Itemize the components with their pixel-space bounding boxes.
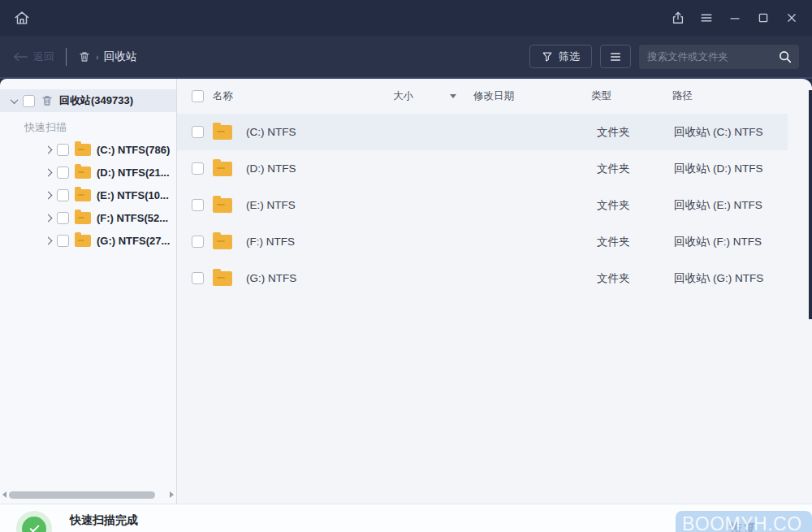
home-icon <box>13 9 31 27</box>
row-checkbox[interactable] <box>192 162 204 175</box>
recover-button[interactable]: 恢复 BOOMYH.CO <box>676 511 812 532</box>
maximize-button[interactable] <box>753 7 774 28</box>
close-button[interactable] <box>781 7 802 28</box>
table-row[interactable]: (C:) NTFS 文件夹 回收站\ (C:) NTFS <box>177 114 788 150</box>
chevron-down-icon[interactable] <box>11 96 19 104</box>
drive-checkbox[interactable] <box>57 144 69 156</box>
tree-root-label: 回收站(349733) <box>59 93 133 108</box>
app-menu-button[interactable] <box>696 7 717 28</box>
sort-dropdown-icon[interactable] <box>450 94 456 98</box>
tree-item-label: (F:) NTFS(52... <box>97 212 168 224</box>
select-all-checkbox[interactable] <box>192 90 204 102</box>
row-path: 回收站\ (E:) NTFS <box>672 198 788 213</box>
drive-checkbox[interactable] <box>57 167 69 179</box>
breadcrumb-label: 回收站 <box>104 50 137 64</box>
titlebar <box>0 0 812 36</box>
tree-item-label: (C:) NTFS(786) <box>97 144 170 156</box>
scroll-left-arrow[interactable] <box>2 491 6 498</box>
tree-root-recycle-bin[interactable]: 回收站(349733) <box>0 89 176 112</box>
drive-checkbox[interactable] <box>57 189 69 201</box>
tree-item-drive-e[interactable]: (E:) NTFS(10... <box>0 184 176 206</box>
column-header-type[interactable]: 类型 <box>591 89 672 103</box>
content-corner-right <box>801 79 812 90</box>
breadcrumb[interactable]: › 回收站 <box>78 50 136 64</box>
row-checkbox[interactable] <box>192 272 204 284</box>
tree-item-drive-d[interactable]: (D:) NTFS(21... <box>0 161 176 184</box>
root-checkbox[interactable] <box>23 95 35 107</box>
app-window: 返回 › 回收站 筛选 <box>0 0 812 532</box>
chevron-right-icon[interactable] <box>45 168 53 176</box>
tree-item-drive-c[interactable]: (C:) NTFS(786) <box>0 138 176 161</box>
row-path: 回收站\ (D:) NTFS <box>672 162 788 176</box>
tree-item-label: (E:) NTFS(10... <box>97 189 169 201</box>
tree-item-drive-f[interactable]: (F:) NTFS(52... <box>0 206 176 229</box>
filter-funnel-icon <box>542 51 553 63</box>
chevron-right-icon[interactable] <box>45 236 53 244</box>
scrollbar-thumb[interactable] <box>9 491 155 499</box>
folder-icon <box>213 125 232 140</box>
recycle-bin-icon <box>41 94 54 107</box>
row-type: 文件夹 <box>591 198 672 213</box>
back-label: 返回 <box>33 50 54 64</box>
right-edge-strip <box>809 79 812 319</box>
tree-item-drive-g[interactable]: (G:) NTFS(27... <box>0 229 176 252</box>
menu-icon <box>698 10 715 26</box>
content-corner-left <box>0 79 8 87</box>
drive-checkbox[interactable] <box>57 235 69 247</box>
column-header-name[interactable]: 名称 <box>213 89 393 103</box>
folder-icon <box>75 189 91 201</box>
column-header-path[interactable]: 路径 <box>672 89 788 103</box>
column-header-date[interactable]: 修改日期 <box>464 89 591 103</box>
folder-icon <box>213 271 232 286</box>
minimize-icon <box>727 10 743 26</box>
recycle-bin-icon <box>78 50 91 63</box>
export-icon <box>670 10 686 26</box>
row-type: 文件夹 <box>591 271 672 286</box>
sidebar: 回收站(349733) 快速扫描 (C:) NTFS(786) (D:) NTF… <box>0 79 177 504</box>
maximize-icon <box>755 10 771 26</box>
folder-icon <box>75 167 91 179</box>
view-mode-button[interactable] <box>600 45 631 68</box>
status-message: 快速扫描完成 <box>70 513 138 528</box>
row-name: (E:) NTFS <box>246 199 296 211</box>
table-row[interactable]: (F:) NTFS 文件夹 回收站\ (F:) NTFS <box>177 223 788 260</box>
table-row[interactable]: (E:) NTFS 文件夹 回收站\ (E:) NTFS <box>177 187 788 223</box>
row-checkbox[interactable] <box>192 236 204 248</box>
chevron-right-icon[interactable] <box>45 145 53 154</box>
chevron-right-icon[interactable] <box>45 191 53 199</box>
row-path: 回收站\ (F:) NTFS <box>672 235 788 249</box>
scan-mode-label[interactable]: 快速扫描 <box>24 120 176 135</box>
row-name: (C:) NTFS <box>246 126 296 138</box>
content-area: 回收站(349733) 快速扫描 (C:) NTFS(786) (D:) NTF… <box>0 79 812 504</box>
list-view-icon <box>609 51 622 63</box>
minimize-button[interactable] <box>724 7 745 28</box>
breadcrumb-separator-icon: › <box>96 52 99 62</box>
filter-label: 筛选 <box>559 50 580 64</box>
column-header-size[interactable]: 大小 <box>393 89 464 103</box>
close-icon <box>784 10 800 26</box>
tree-item-label: (G:) NTFS(27... <box>97 235 170 247</box>
scroll-right-arrow[interactable] <box>170 491 174 498</box>
table-row[interactable]: (D:) NTFS 文件夹 回收站\ (D:) NTFS <box>177 150 788 187</box>
tree-item-label: (D:) NTFS(21... <box>97 167 170 179</box>
back-button[interactable]: 返回 <box>13 50 54 64</box>
row-checkbox[interactable] <box>192 126 204 138</box>
filter-button[interactable]: 筛选 <box>529 45 592 68</box>
toolbar: 返回 › 回收站 筛选 <box>0 36 812 79</box>
search-input[interactable] <box>639 45 799 69</box>
search-box <box>639 45 799 69</box>
folder-icon <box>213 235 232 249</box>
folder-icon <box>75 235 91 247</box>
home-button[interactable] <box>11 7 32 28</box>
table-row[interactable]: (G:) NTFS 文件夹 回收站\ (G:) NTFS <box>177 260 788 296</box>
drive-checkbox[interactable] <box>57 212 69 224</box>
search-icon[interactable] <box>778 50 793 64</box>
file-table: 名称 大小 修改日期 类型 路径 (C:) NTFS 文件夹 回收站\ (C:)… <box>177 79 812 504</box>
export-button[interactable] <box>667 7 689 28</box>
row-type: 文件夹 <box>591 125 672 140</box>
toolbar-divider <box>66 48 67 66</box>
row-checkbox[interactable] <box>192 199 204 211</box>
chevron-right-icon[interactable] <box>45 214 53 222</box>
sidebar-horizontal-scrollbar[interactable] <box>0 491 176 499</box>
back-arrow-icon <box>13 51 28 63</box>
